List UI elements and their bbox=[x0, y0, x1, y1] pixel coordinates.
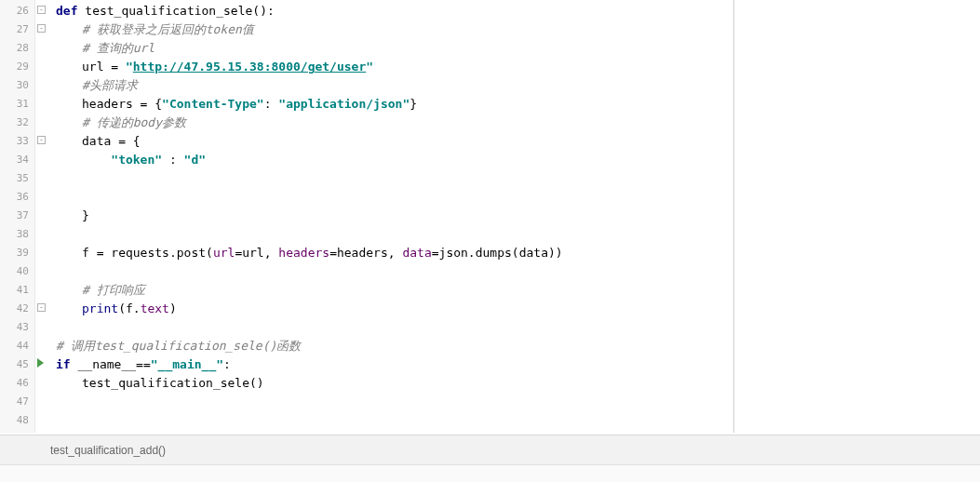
editor-container: 2627282930313233343536373839404142434445… bbox=[0, 0, 734, 433]
code-token: if bbox=[56, 357, 77, 371]
code-area[interactable]: def test_qualification_sele():# 获取登录之后返回… bbox=[48, 0, 733, 433]
code-line[interactable] bbox=[56, 411, 733, 430]
code-token: # 查询的url bbox=[82, 41, 154, 55]
code-line[interactable] bbox=[56, 262, 733, 281]
code-token: test_qualification_sele() bbox=[82, 376, 264, 390]
code-token: : bbox=[223, 357, 231, 371]
code-token: (f. bbox=[118, 301, 140, 315]
editor-right-margin bbox=[734, 0, 980, 433]
code-line[interactable]: headers = {"Content-Type": "application/… bbox=[56, 95, 733, 114]
line-number: 41 bbox=[0, 281, 29, 300]
code-line[interactable] bbox=[56, 225, 733, 244]
fold-toggle-icon[interactable]: - bbox=[37, 24, 46, 33]
line-number: 45 bbox=[0, 355, 29, 374]
line-number: 46 bbox=[0, 374, 29, 393]
code-line[interactable]: #头部请求 bbox=[56, 76, 733, 95]
line-number: 48 bbox=[0, 411, 29, 430]
code-token: http://47.95.15.38:8000/get/user bbox=[133, 60, 366, 74]
code-token: "Content-Type" bbox=[162, 97, 264, 111]
line-number: 37 bbox=[0, 207, 29, 225]
line-number: 43 bbox=[0, 318, 29, 337]
line-number: 31 bbox=[0, 95, 29, 114]
code-token: test_qualification_sele bbox=[85, 4, 252, 18]
code-token: # 打印响应 bbox=[82, 283, 145, 297]
code-token: headers bbox=[278, 246, 329, 260]
code-token: "application/json" bbox=[278, 97, 409, 111]
code-token: : bbox=[264, 97, 279, 111]
line-number: 28 bbox=[0, 39, 29, 58]
code-line[interactable] bbox=[56, 188, 733, 207]
line-number: 30 bbox=[0, 76, 29, 95]
code-token: print bbox=[82, 301, 118, 315]
code-token bbox=[82, 153, 111, 167]
code-line[interactable]: # 传递的body参数 bbox=[56, 114, 733, 132]
code-line[interactable]: } bbox=[56, 207, 733, 225]
breadcrumb-text: test_qualification_add() bbox=[50, 444, 166, 457]
code-token: def bbox=[56, 4, 85, 18]
line-gutter: 2627282930313233343536373839404142434445… bbox=[0, 0, 35, 433]
code-token: =headers, bbox=[329, 246, 402, 260]
code-line[interactable]: # 获取登录之后返回的token值 bbox=[56, 20, 733, 39]
code-token: ) bbox=[169, 301, 177, 315]
line-number: 27 bbox=[0, 20, 29, 39]
line-number: 32 bbox=[0, 114, 29, 132]
breadcrumb-panel[interactable]: test_qualification_add() bbox=[0, 435, 980, 464]
line-number: 33 bbox=[0, 132, 29, 151]
status-bar bbox=[0, 464, 980, 482]
code-token: : bbox=[162, 153, 183, 167]
line-number: 26 bbox=[0, 2, 29, 20]
run-gutter-icon[interactable] bbox=[37, 358, 44, 368]
code-line[interactable]: # 调用test_qualification_sele()函数 bbox=[56, 337, 733, 355]
code-line[interactable] bbox=[56, 393, 733, 411]
code-token: __name__== bbox=[77, 357, 150, 371]
code-line[interactable]: url = "http://47.95.15.38:8000/get/user" bbox=[56, 58, 733, 76]
line-number: 36 bbox=[0, 188, 29, 207]
code-token: headers = { bbox=[82, 97, 162, 111]
line-number: 40 bbox=[0, 262, 29, 281]
code-line[interactable]: if __name__=="__main__": bbox=[56, 355, 733, 374]
code-line[interactable]: "token" : "d" bbox=[56, 151, 733, 169]
line-number: 35 bbox=[0, 169, 29, 188]
code-token: } bbox=[409, 97, 417, 111]
code-token: # 获取登录之后返回的token值 bbox=[82, 22, 254, 36]
line-number: 44 bbox=[0, 337, 29, 355]
code-token: data bbox=[402, 246, 431, 260]
line-number: 29 bbox=[0, 58, 29, 76]
code-line[interactable]: # 打印响应 bbox=[56, 281, 733, 300]
code-line[interactable]: print(f.text) bbox=[56, 300, 733, 318]
code-token: "token" bbox=[111, 153, 162, 167]
code-line[interactable]: test_qualification_sele() bbox=[56, 374, 733, 393]
code-token: # 调用test_qualification_sele()函数 bbox=[56, 339, 301, 353]
code-token: " bbox=[126, 60, 133, 74]
code-token: url = bbox=[82, 60, 126, 74]
code-line[interactable] bbox=[56, 169, 733, 188]
code-token: # 传递的body参数 bbox=[82, 115, 186, 129]
code-token: data = { bbox=[82, 134, 141, 148]
code-line[interactable]: def test_qualification_sele(): bbox=[56, 2, 733, 20]
code-token: =url, bbox=[235, 246, 278, 260]
code-line[interactable] bbox=[56, 318, 733, 337]
code-line[interactable]: # 查询的url bbox=[56, 39, 733, 58]
line-number: 42 bbox=[0, 300, 29, 318]
code-token: (): bbox=[252, 4, 274, 18]
line-number: 47 bbox=[0, 393, 29, 411]
code-token: " bbox=[366, 60, 373, 74]
code-token: text bbox=[141, 301, 169, 315]
code-token: "__main__" bbox=[151, 357, 223, 371]
code-line[interactable]: f = requests.post(url=url, headers=heade… bbox=[56, 244, 733, 262]
code-token: f = requests.post( bbox=[82, 246, 213, 260]
fold-toggle-icon[interactable]: - bbox=[37, 303, 46, 312]
code-line[interactable]: data = { bbox=[56, 132, 733, 151]
line-number: 39 bbox=[0, 244, 29, 262]
fold-toggle-icon[interactable]: - bbox=[37, 136, 46, 144]
fold-column: ---- bbox=[35, 0, 48, 433]
code-token: "d" bbox=[184, 153, 206, 167]
line-number: 34 bbox=[0, 151, 29, 169]
line-number: 38 bbox=[0, 225, 29, 244]
code-token: url bbox=[213, 246, 235, 260]
code-token: =json.dumps(data)) bbox=[432, 246, 563, 260]
code-token: } bbox=[82, 208, 89, 222]
code-token: #头部请求 bbox=[82, 78, 138, 92]
fold-toggle-icon[interactable]: - bbox=[37, 6, 46, 14]
